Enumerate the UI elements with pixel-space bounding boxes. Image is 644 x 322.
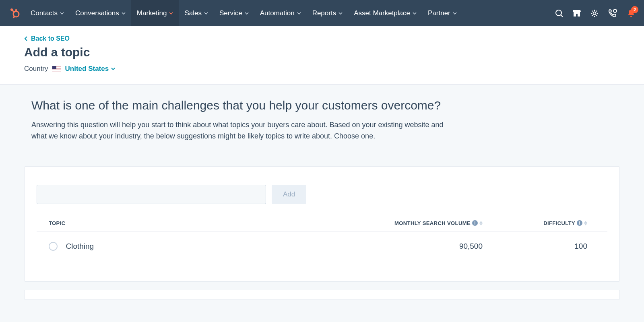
- topic-name: Clothing: [66, 242, 94, 250]
- top-nav: Contacts Conversations Marketing Sales S…: [0, 0, 644, 26]
- col-msv-header[interactable]: MONTHLY SEARCH VOLUME i: [390, 220, 503, 226]
- marketplace-icon[interactable]: [572, 9, 581, 18]
- nav-conversations[interactable]: Conversations: [70, 0, 131, 26]
- col-topic-label: TOPIC: [49, 220, 66, 226]
- back-link-label: Back to SEO: [31, 35, 70, 42]
- us-flag-icon: [52, 66, 61, 72]
- chevron-down-icon: [204, 12, 208, 15]
- table-row[interactable]: Clothing 90,500 100: [37, 231, 607, 261]
- msv-cell: 90,500: [390, 242, 503, 251]
- nav-sales[interactable]: Sales: [179, 0, 214, 26]
- topic-table: TOPIC MONTHLY SEARCH VOLUME i DIFFICULTY…: [37, 220, 607, 261]
- chevron-down-icon: [111, 67, 115, 70]
- sort-icon[interactable]: [479, 221, 483, 225]
- nav-marketing[interactable]: Marketing: [131, 0, 179, 26]
- chevron-down-icon: [60, 12, 64, 15]
- col-topic-header[interactable]: TOPIC: [49, 220, 390, 226]
- nav-label: Reports: [312, 9, 336, 17]
- nav-label: Automation: [260, 9, 295, 17]
- topic-card: Add TOPIC MONTHLY SEARCH VOLUME i DIFFIC…: [24, 166, 620, 282]
- add-button[interactable]: Add: [272, 185, 306, 204]
- col-msv-label: MONTHLY SEARCH VOLUME: [394, 220, 471, 226]
- nav-menu: Contacts Conversations Marketing Sales S…: [25, 0, 462, 26]
- chevron-down-icon: [339, 12, 343, 15]
- svg-line-2: [12, 10, 14, 12]
- country-value: United States: [65, 65, 109, 73]
- page-title: Add a topic: [24, 45, 620, 59]
- secondary-card: [24, 290, 620, 300]
- svg-point-13: [630, 16, 632, 17]
- topic-radio[interactable]: [49, 242, 58, 251]
- nav-utility-icons: 2: [555, 8, 636, 18]
- nav-label: Conversations: [75, 9, 119, 17]
- nav-service[interactable]: Service: [214, 0, 254, 26]
- nav-reports[interactable]: Reports: [307, 0, 349, 26]
- question-heading: What is one of the main challenges that …: [31, 99, 620, 112]
- nav-label: Contacts: [31, 9, 58, 17]
- topic-input-row: Add: [37, 185, 607, 220]
- nav-label: Marketing: [137, 9, 167, 17]
- settings-icon[interactable]: [590, 9, 599, 18]
- nav-automation[interactable]: Automation: [254, 0, 307, 26]
- page-header: Back to SEO Add a topic Country United S…: [0, 26, 644, 85]
- chevron-down-icon: [453, 12, 457, 15]
- nav-label: Asset Marketplace: [354, 9, 410, 17]
- main-body: What is one of the main challenges that …: [0, 85, 644, 150]
- chevron-down-icon: [413, 12, 417, 15]
- nav-asset-marketplace[interactable]: Asset Marketplace: [348, 0, 422, 26]
- topic-cell: Clothing: [49, 242, 390, 251]
- chevron-left-icon: [24, 36, 28, 41]
- svg-point-11: [593, 12, 596, 14]
- country-select[interactable]: United States: [65, 65, 116, 73]
- calling-icon[interactable]: [608, 8, 617, 18]
- notification-count: 2: [631, 6, 638, 13]
- hubspot-logo[interactable]: [8, 7, 20, 19]
- chevron-down-icon: [169, 12, 173, 15]
- sort-icon[interactable]: [584, 221, 587, 225]
- chevron-down-icon: [297, 12, 301, 15]
- chevron-down-icon: [245, 12, 249, 15]
- search-icon[interactable]: [555, 9, 564, 18]
- notifications-icon[interactable]: 2: [626, 8, 636, 18]
- chevron-down-icon: [122, 12, 126, 15]
- nav-contacts[interactable]: Contacts: [25, 0, 70, 26]
- col-difficulty-header[interactable]: DIFFICULTY i: [503, 220, 595, 226]
- table-header: TOPIC MONTHLY SEARCH VOLUME i DIFFICULTY…: [37, 220, 607, 231]
- back-to-seo-link[interactable]: Back to SEO: [24, 35, 70, 42]
- topic-input[interactable]: [37, 185, 266, 204]
- nav-partner[interactable]: Partner: [422, 0, 462, 26]
- country-label: Country: [24, 65, 48, 73]
- nav-label: Service: [219, 9, 242, 17]
- info-icon[interactable]: i: [472, 220, 478, 226]
- country-row: Country United States: [24, 65, 620, 73]
- svg-point-7: [556, 10, 561, 16]
- nav-label: Partner: [428, 9, 450, 17]
- svg-line-6: [14, 16, 15, 17]
- svg-rect-10: [576, 14, 578, 17]
- explainer-text: Answering this question will help you st…: [31, 120, 454, 142]
- col-difficulty-label: DIFFICULTY: [543, 220, 575, 226]
- difficulty-cell: 100: [503, 242, 595, 251]
- svg-point-12: [613, 9, 617, 12]
- nav-label: Sales: [184, 9, 202, 17]
- info-icon[interactable]: i: [577, 220, 582, 226]
- svg-line-8: [561, 15, 563, 17]
